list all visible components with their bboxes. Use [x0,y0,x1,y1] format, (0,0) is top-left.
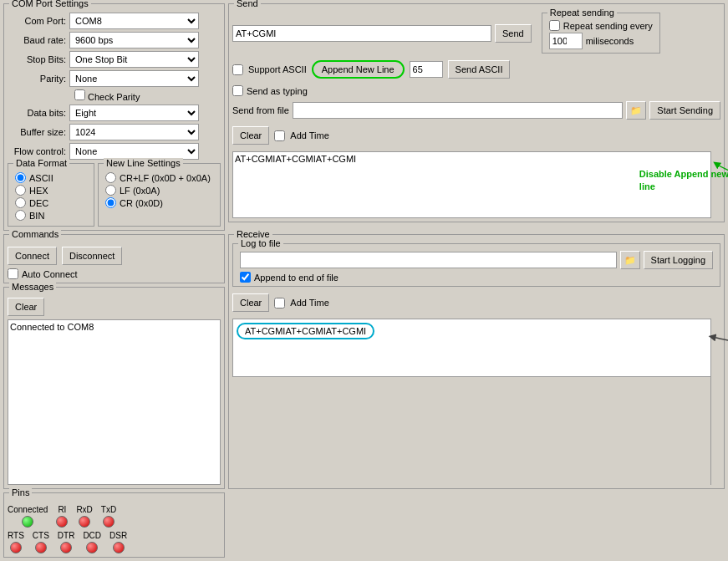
send-from-file-label: Send from file [232,105,289,115]
commands-panel: Commands Connect Disconnect Auto Connect [3,234,225,283]
baud-rate-select[interactable]: 9600 bps [69,32,199,48]
led-ri [56,516,68,528]
pin-dcd: DCD [83,531,101,553]
ascii-num-input[interactable] [410,61,443,78]
data-format-panel: Data Format ASCII HEX DEC [8,163,94,227]
pin-rxd: RxD [76,505,92,528]
lf-radio[interactable] [105,185,116,196]
disconnect-button[interactable]: Disconnect [62,247,122,265]
led-rts [10,542,22,553]
add-time-receive-label: Add Time [290,298,328,308]
auto-connect-label: Auto Connect [22,269,78,279]
auto-connect-checkbox[interactable] [8,268,18,279]
messages-title: Messages [9,282,56,292]
log-file-input[interactable] [240,252,617,268]
log-title: Log to file [238,238,283,248]
send-clear-button[interactable]: Clear [232,126,269,145]
stop-bits-label: Stop Bits: [8,54,66,64]
send-as-typing-checkbox[interactable] [232,85,243,96]
ascii-radio[interactable] [15,172,26,183]
pin-cts: CTS [33,531,49,553]
messages-panel: Messages Clear Connected to COM8 [3,287,225,489]
check-parity-label: Check Parity [88,92,140,102]
repeat-value-input[interactable] [549,33,583,49]
send-panel: Send Send Repeat sending Repeat sending … [228,3,725,222]
disable-append-label: Disable Append newline [639,168,728,194]
buffer-size-select[interactable]: 1024 [69,124,199,140]
cr-label: CR (0x0D) [120,198,163,208]
messages-clear-button[interactable]: Clear [8,298,44,316]
led-txd [103,516,115,528]
data-bits-label: Data bits: [8,108,66,118]
cr-radio[interactable] [105,197,116,208]
commands-title: Commands [9,229,61,239]
messages-area[interactable]: Connected to COM8 [8,319,221,485]
messages-content: Connected to COM8 [10,322,94,332]
connect-button[interactable]: Connect [8,247,57,265]
parity-label: Parity: [8,74,66,84]
repeat-title: Repeat sending [547,8,617,18]
hex-radio[interactable] [15,185,26,196]
repeat-checkbox[interactable] [549,20,560,31]
bin-radio[interactable] [15,210,26,221]
buffer-size-label: Buffer size: [8,127,66,137]
com-port-label: Com Port: [8,16,66,26]
send-title: Send [234,0,261,8]
bin-label: BIN [29,211,44,221]
pin-dsr: DSR [109,531,127,553]
led-rxd [79,516,90,528]
support-ascii-checkbox[interactable] [232,64,243,75]
receive-panel: Receive Log to file 📁 Start Logging Appe… [228,234,725,489]
append-end-file-checkbox[interactable] [240,272,251,283]
pin-ri: RI [56,505,68,528]
send-input[interactable] [232,25,491,42]
receive-clear-button[interactable]: Clear [232,293,269,312]
hex-label: HEX [29,186,48,196]
send-content: AT+CGMIAT+CGMIAT+CGMI [235,154,356,164]
pins-panel: Pins Connected RI RxD [3,492,225,558]
browse-log-button[interactable]: 📁 [620,251,640,269]
start-sending-button[interactable]: Start Sending [649,101,720,120]
send-from-file-input[interactable] [293,102,623,119]
repeat-label: Repeat sending every [563,21,653,31]
pin-txd: TxD [101,505,116,528]
send-ascii-button[interactable]: Send ASCII [448,60,511,79]
led-dcd [86,542,98,553]
com-port-select[interactable]: COM8 [69,13,199,29]
parity-select[interactable]: None [69,70,199,87]
com-port-panel: COM Port Settings Com Port: COM8 Baud ra… [3,3,225,231]
led-dsr [113,542,125,553]
flow-control-select[interactable]: None [69,143,199,160]
pins-title: Pins [9,487,32,497]
led-dtr [60,542,72,553]
baud-rate-label: Baud rate: [8,35,66,45]
crlf-label: CR+LF (0x0D + 0x0A) [120,173,211,183]
lf-label: LF (0x0A) [120,186,160,196]
ms-label: miliseconds [586,36,634,46]
check-parity-checkbox[interactable] [74,89,85,100]
add-time-send-checkbox[interactable] [274,130,285,141]
pin-rts: RTS [8,531,24,553]
data-bits-select[interactable]: Eight [69,105,199,121]
add-time-receive-checkbox[interactable] [274,298,285,309]
receive-scrollbar[interactable] [710,319,720,485]
crlf-radio[interactable] [105,172,116,183]
led-cts [35,542,47,553]
dec-radio[interactable] [15,197,26,208]
ascii-label: ASCII [29,173,53,183]
pin-connected: Connected [8,505,48,528]
send-button[interactable]: Send [495,24,532,43]
led-connected [22,516,33,528]
add-time-send-label: Add Time [290,130,328,140]
flow-control-label: Flow control: [8,146,66,156]
stop-bits-select[interactable]: One Stop Bit [69,51,199,68]
support-ascii-label: Support ASCII [248,64,307,74]
start-logging-button[interactable]: Start Logging [644,251,713,269]
send-as-typing-label: Send as typing [247,86,308,96]
com-port-title: COM Port Settings [9,0,91,8]
repeat-sending-panel: Repeat sending Repeat sending every mili… [542,13,660,54]
receive-area[interactable]: AT+CGMIAT+CGMIAT+CGMI [232,319,720,377]
append-new-line-button[interactable]: Append New Line [312,60,405,79]
new-line-settings-panel: New Line Settings CR+LF (0x0D + 0x0A) LF… [98,163,221,227]
browse-send-file-button[interactable]: 📁 [626,101,646,120]
